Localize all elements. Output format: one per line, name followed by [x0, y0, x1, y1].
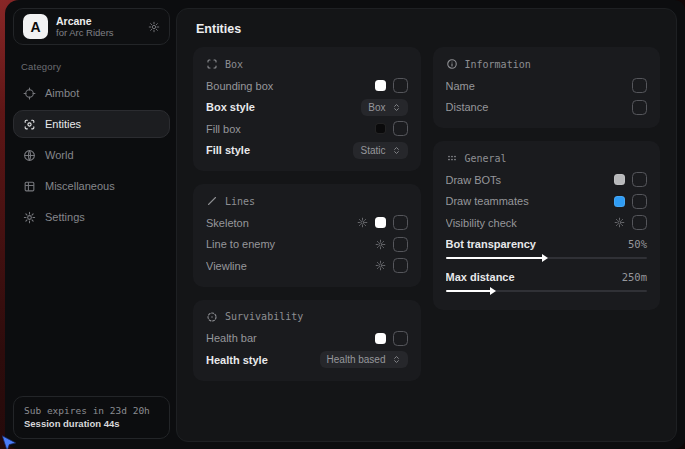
sidebar-item-miscellaneous[interactable]: Miscellaneous: [13, 172, 170, 200]
entity-scan-icon: [23, 118, 36, 131]
draw-teammates-checkbox[interactable]: [632, 194, 647, 209]
row-bounding-box: Bounding box: [206, 75, 408, 97]
sidebar-item-label: World: [45, 149, 74, 161]
mouse-cursor: [0, 433, 18, 449]
color-swatch[interactable]: [614, 174, 625, 185]
dropdown-value: Static: [360, 145, 385, 156]
color-swatch[interactable]: [375, 123, 386, 134]
app-logo: A: [23, 14, 48, 39]
information-panel: Information Name Distance: [433, 47, 661, 128]
name-checkbox[interactable]: [632, 78, 647, 93]
row-fill-box: Fill box: [206, 118, 408, 140]
color-swatch[interactable]: [614, 196, 625, 207]
information-panel-header: Information: [446, 55, 648, 75]
slider-thumb: [542, 254, 548, 262]
app-title: Arcane: [56, 15, 140, 27]
sidebar-item-label: Entities: [45, 118, 81, 130]
row-label: Name: [446, 80, 633, 92]
row-label: Box style: [206, 101, 361, 113]
pulse-circle-icon: [206, 311, 218, 323]
gear-icon[interactable]: [614, 217, 625, 228]
health-style-dropdown[interactable]: Health based: [320, 351, 408, 368]
row-label: Bounding box: [206, 80, 375, 92]
subscription-status-card: Sub expires in 23d 20h Session duration …: [13, 396, 170, 439]
info-icon: [446, 58, 458, 70]
row-label: Distance: [446, 101, 633, 113]
visibility-check-checkbox[interactable]: [632, 215, 647, 230]
sub-expiry-text: Sub expires in 23d 20h: [24, 404, 159, 417]
row-label: Fill box: [206, 123, 375, 135]
row-name: Name: [446, 75, 648, 97]
row-label: Line to enemy: [206, 238, 375, 250]
panel-header-label: General: [465, 153, 507, 164]
app-subtitle: for Arc Riders: [56, 27, 140, 39]
crosshair-icon: [23, 87, 36, 100]
draw-bots-checkbox[interactable]: [632, 172, 647, 187]
sidebar-item-label: Settings: [45, 211, 85, 223]
row-draw-teammates: Draw teammates: [446, 191, 648, 213]
lines-panel-header: Lines: [206, 192, 408, 212]
bot-transparency-slider-group: Bot transparency 50%: [446, 234, 648, 267]
logo-card: A Arcane for Arc Riders: [13, 8, 170, 45]
box-style-dropdown[interactable]: Box: [361, 99, 407, 116]
dropdown-value: Health based: [327, 354, 386, 365]
row-label: Skeleton: [206, 217, 357, 229]
health-bar-checkbox[interactable]: [393, 331, 408, 346]
general-panel: General Draw BOTs Draw teammates: [433, 141, 661, 310]
line-to-enemy-checkbox[interactable]: [393, 237, 408, 252]
row-fill-style: Fill style Static: [206, 140, 408, 162]
sidebar-item-world[interactable]: World: [13, 141, 170, 169]
globe-icon: [23, 149, 36, 162]
logo-text: Arcane for Arc Riders: [56, 15, 140, 39]
panel-header-label: Information: [465, 59, 531, 70]
distance-checkbox[interactable]: [632, 100, 647, 115]
fill-style-dropdown[interactable]: Static: [353, 142, 407, 159]
gear-icon[interactable]: [357, 217, 368, 228]
slider-fill: [446, 257, 547, 259]
page-title: Entities: [177, 9, 676, 42]
bounding-box-checkbox[interactable]: [393, 78, 408, 93]
gear-icon[interactable]: [148, 21, 160, 33]
row-health-style: Health style Health based: [206, 349, 408, 371]
session-duration-text: Session duration 44s: [24, 417, 159, 430]
box-panel: Box Bounding box Box style Box: [193, 47, 421, 171]
panel-header-label: Lines: [225, 196, 255, 207]
color-swatch[interactable]: [375, 333, 386, 344]
row-label: Health style: [206, 354, 320, 366]
row-visibility-check: Visibility check: [446, 212, 648, 234]
sidebar-item-aimbot[interactable]: Aimbot: [13, 79, 170, 107]
row-label: Fill style: [206, 144, 353, 156]
sidebar-item-entities[interactable]: Entities: [13, 110, 170, 138]
row-label: Health bar: [206, 332, 375, 344]
row-box-style: Box style Box: [206, 97, 408, 119]
gear-icon[interactable]: [375, 260, 386, 271]
row-label: Visibility check: [446, 217, 615, 229]
color-swatch[interactable]: [375, 80, 386, 91]
row-label: Max distance: [446, 271, 622, 283]
viewline-checkbox[interactable]: [393, 258, 408, 273]
sidebar-item-label: Miscellaneous: [45, 180, 115, 192]
chevrons-up-down-icon: [392, 103, 401, 112]
fill-box-checkbox[interactable]: [393, 121, 408, 136]
gear-icon[interactable]: [375, 239, 386, 250]
row-line-to-enemy: Line to enemy: [206, 234, 408, 256]
sidebar-item-settings[interactable]: Settings: [13, 203, 170, 231]
gear-icon: [23, 211, 36, 224]
max-distance-slider-group: Max distance 250m: [446, 267, 648, 300]
row-skeleton: Skeleton: [206, 212, 408, 234]
grid-icon: [23, 180, 36, 193]
bot-transparency-slider[interactable]: [446, 257, 648, 259]
skeleton-checkbox[interactable]: [393, 215, 408, 230]
max-distance-slider[interactable]: [446, 290, 648, 292]
color-swatch[interactable]: [375, 217, 386, 228]
survivability-panel: Survivability Health bar Health style: [193, 300, 421, 381]
slider-fill: [446, 290, 494, 292]
chevrons-up-down-icon: [392, 146, 401, 155]
sidebar-item-label: Aimbot: [45, 87, 79, 99]
box-panel-header: Box: [206, 55, 408, 75]
row-viewline: Viewline: [206, 255, 408, 277]
panel-columns: Box Bounding box Box style Box: [177, 42, 676, 397]
slider-value: 250m: [622, 271, 647, 283]
row-label: Draw BOTs: [446, 174, 615, 186]
dropdown-value: Box: [368, 102, 385, 113]
